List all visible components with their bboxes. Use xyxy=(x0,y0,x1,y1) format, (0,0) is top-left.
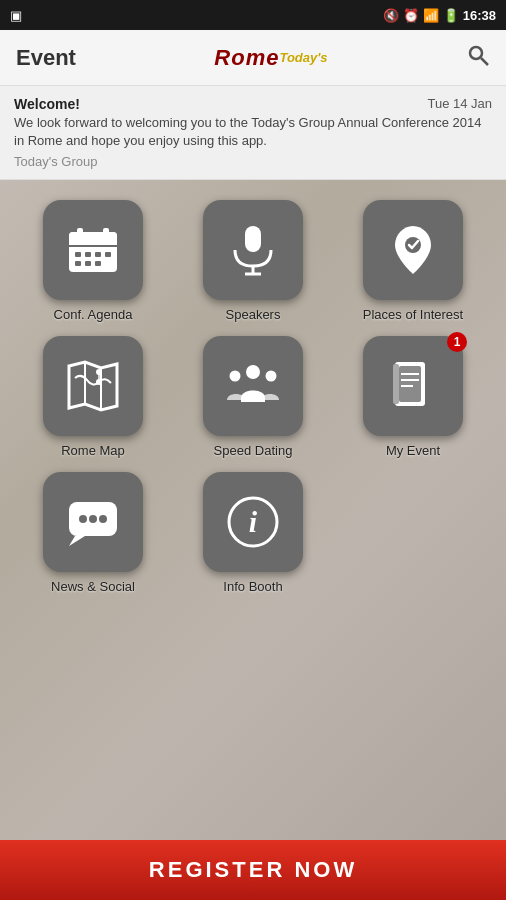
speed-dating-item[interactable]: Speed Dating xyxy=(180,336,326,458)
book-icon xyxy=(385,358,441,414)
map-icon xyxy=(65,358,121,414)
svg-rect-10 xyxy=(95,252,101,257)
speed-dating-icon-box xyxy=(203,336,303,436)
svg-rect-29 xyxy=(399,366,421,402)
svg-point-26 xyxy=(230,371,241,382)
svg-rect-9 xyxy=(85,252,91,257)
svg-rect-3 xyxy=(69,232,117,246)
welcome-date: Tue 14 Jan xyxy=(427,96,492,111)
header-title: Event xyxy=(16,45,76,71)
speakers-icon-box xyxy=(203,200,303,300)
calendar-icon xyxy=(65,222,121,278)
info-icon: i xyxy=(225,494,281,550)
screen-icon: ▣ xyxy=(10,8,22,23)
places-label: Places of Interest xyxy=(363,307,463,322)
info-booth-label: Info Booth xyxy=(223,579,282,594)
speed-dating-label: Speed Dating xyxy=(214,443,293,458)
welcome-org: Today's Group xyxy=(14,154,492,169)
search-button[interactable] xyxy=(466,43,490,73)
svg-point-25 xyxy=(246,365,260,379)
places-icon-box xyxy=(363,200,463,300)
svg-rect-15 xyxy=(245,226,261,252)
info-booth-item[interactable]: i Info Booth xyxy=(180,472,326,594)
header: Event Rome Today's xyxy=(0,30,506,86)
svg-point-0 xyxy=(470,47,482,59)
conf-agenda-item[interactable]: Conf. Agenda xyxy=(20,200,166,322)
svg-point-27 xyxy=(266,371,277,382)
register-button[interactable]: REGISTER NOW xyxy=(0,840,506,900)
svg-rect-30 xyxy=(393,364,399,404)
conf-agenda-label: Conf. Agenda xyxy=(54,307,133,322)
welcome-text: We look forward to welcoming you to the … xyxy=(14,114,492,150)
rome-map-icon-box xyxy=(43,336,143,436)
rome-map-item[interactable]: Rome Map xyxy=(20,336,166,458)
news-social-label: News & Social xyxy=(51,579,135,594)
main-content: Conf. Agenda Speakers xyxy=(0,180,506,864)
svg-marker-19 xyxy=(69,362,117,410)
svg-point-36 xyxy=(79,515,87,523)
my-event-item[interactable]: 1 My Event xyxy=(340,336,486,458)
svg-rect-12 xyxy=(75,261,81,266)
speakers-label: Speakers xyxy=(226,307,281,322)
svg-point-38 xyxy=(99,515,107,523)
alarm-icon: ⏰ xyxy=(403,8,419,23)
welcome-banner: Welcome! Tue 14 Jan We look forward to w… xyxy=(0,86,506,180)
svg-rect-11 xyxy=(105,252,111,257)
people-icon xyxy=(225,358,281,414)
microphone-icon xyxy=(225,222,281,278)
news-social-item[interactable]: News & Social xyxy=(20,472,166,594)
status-bar: ▣ 🔇 ⏰ 📶 🔋 16:38 xyxy=(0,0,506,30)
svg-rect-14 xyxy=(95,261,101,266)
status-right-icons: 🔇 ⏰ 📶 🔋 16:38 xyxy=(383,8,496,23)
battery-icon: 🔋 xyxy=(443,8,459,23)
rome-map-label: Rome Map xyxy=(61,443,125,458)
svg-point-24 xyxy=(96,369,102,375)
info-booth-icon-box: i xyxy=(203,472,303,572)
speakers-item[interactable]: Speakers xyxy=(180,200,326,322)
welcome-title: Welcome! xyxy=(14,96,80,112)
header-logo: Rome Today's xyxy=(214,45,327,71)
svg-marker-35 xyxy=(69,536,85,546)
location-icon xyxy=(385,222,441,278)
menu-grid: Conf. Agenda Speakers xyxy=(0,180,506,614)
conf-agenda-icon-box xyxy=(43,200,143,300)
my-event-icon-box: 1 xyxy=(363,336,463,436)
places-item[interactable]: Places of Interest xyxy=(340,200,486,322)
wifi-icon: 📶 xyxy=(423,8,439,23)
svg-line-1 xyxy=(481,58,488,65)
logo-today: Today's xyxy=(279,50,327,65)
mute-icon: 🔇 xyxy=(383,8,399,23)
time-display: 16:38 xyxy=(463,8,496,23)
logo-rome: Rome xyxy=(214,45,279,71)
svg-point-37 xyxy=(89,515,97,523)
svg-rect-6 xyxy=(77,228,83,238)
register-label: REGISTER NOW xyxy=(149,857,357,883)
svg-rect-7 xyxy=(103,228,109,238)
status-left-icons: ▣ xyxy=(10,8,22,23)
news-social-icon-box xyxy=(43,472,143,572)
my-event-label: My Event xyxy=(386,443,440,458)
svg-rect-8 xyxy=(75,252,81,257)
my-event-badge: 1 xyxy=(447,332,467,352)
chat-icon xyxy=(65,494,121,550)
svg-text:i: i xyxy=(249,505,258,538)
svg-rect-13 xyxy=(85,261,91,266)
